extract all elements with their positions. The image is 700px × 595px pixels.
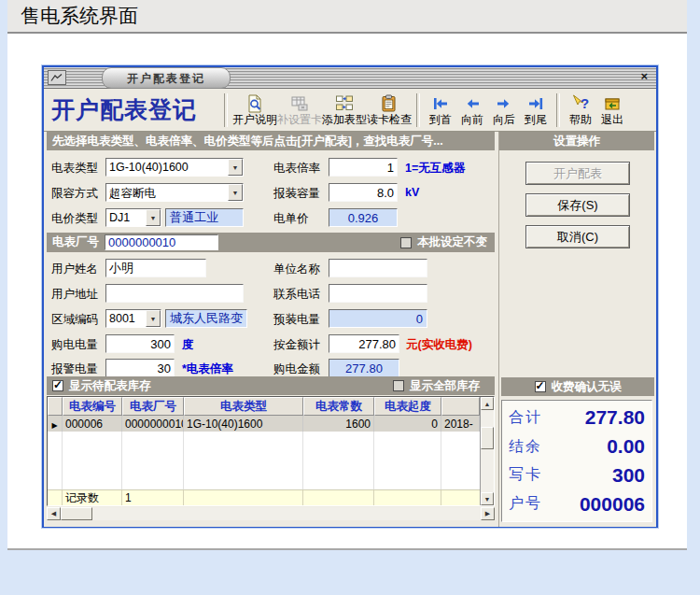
stock-filter-bar: 显示待配表库存 显示全部库存 (47, 376, 495, 395)
show-pending-stock-checkbox[interactable] (52, 380, 63, 391)
go-next-button[interactable]: 向后 (488, 91, 520, 130)
save-button[interactable]: 保存(S) (525, 193, 630, 217)
vertical-scrollbar[interactable] (480, 397, 494, 505)
limit-mode-select[interactable]: 超容断电 (105, 183, 244, 202)
by-amount-label: 按金额计 (273, 337, 320, 353)
batch-fixed-checkbox[interactable] (400, 237, 412, 248)
exit-button[interactable]: 退出 (596, 91, 628, 130)
scroll-right-button[interactable] (481, 507, 495, 520)
go-first-button[interactable]: 到首 (425, 91, 456, 130)
doc-search-icon (245, 94, 264, 113)
meter-table: 电表编号 电表厂号 电表类型 电表常数 电表起度 000006 00000000… (47, 396, 495, 506)
vertical-scrollbar-thumb[interactable] (481, 427, 494, 449)
arrow-right-icon (494, 94, 514, 113)
add-meter-type-icon (335, 94, 354, 113)
batch-fixed-label: 本批设定不变 (417, 234, 487, 250)
meter-type-header[interactable]: 电表类型 (184, 397, 303, 416)
meter-constant-header[interactable]: 电表常数 (303, 397, 374, 416)
org-name-input[interactable] (329, 259, 427, 277)
toolbar-label: 到首 (429, 113, 452, 126)
account-help-button[interactable]: 开户说明 (232, 91, 277, 130)
page-header: 售电系统界面 (7, 0, 687, 34)
phone-input[interactable] (329, 284, 427, 303)
toolbar-label: 向前 (461, 113, 483, 126)
capacity-input[interactable] (329, 183, 398, 202)
cancel-button[interactable]: 取消(C) (525, 225, 630, 248)
show-all-stock-label: 显示全部库存 (410, 378, 480, 394)
summary-panel: 合计 277.80 结余 0.00 写卡 300 户号 000006 (501, 400, 652, 522)
current-row-marker-icon (51, 418, 57, 431)
table-empty-area (48, 432, 480, 489)
toolbar-label: 开户说明 (232, 113, 277, 126)
area-code-select[interactable]: 8001 (105, 309, 161, 328)
show-all-stock-checkbox[interactable] (393, 380, 404, 391)
go-last-button[interactable]: 到尾 (520, 91, 552, 130)
arrow-last-icon (525, 94, 546, 113)
purchase-qty-label: 购电电量 (51, 337, 98, 353)
reissue-card-button[interactable]: 补设置卡 (277, 91, 322, 130)
dropdown-arrow-icon[interactable] (146, 209, 161, 226)
purchase-qty-unit-hint: 度 (182, 337, 194, 353)
meter-ratio-input[interactable] (329, 158, 398, 177)
scroll-up-button[interactable] (481, 397, 494, 410)
total-label: 合计 (509, 408, 542, 428)
date-column-header[interactable] (441, 397, 480, 416)
table-row[interactable]: 000006 0000000010 1G-10(40)1600 1600 0 2… (48, 416, 480, 432)
close-button[interactable]: × (640, 69, 648, 84)
arrow-first-icon (430, 94, 451, 113)
factory-no-header[interactable]: 电表厂号 (122, 397, 184, 416)
go-prev-button[interactable]: 向前 (456, 91, 488, 130)
meter-type-label: 电表类型 (51, 161, 98, 177)
help-button[interactable]: ? 帮助 (565, 91, 596, 130)
account-no-label: 户号 (509, 494, 542, 514)
record-marker-cell (48, 489, 63, 505)
alarm-qty-input[interactable] (105, 359, 175, 377)
fee-confirm-checkbox[interactable] (535, 381, 546, 392)
toolbar-label: 补设置卡 (277, 113, 322, 126)
capacity-unit-hint: kV (405, 186, 419, 199)
assign-meter-button[interactable]: 开户配表 (525, 162, 630, 185)
area-desc-field: 城东人民路变 (165, 309, 247, 328)
dropdown-arrow-icon[interactable] (228, 184, 243, 201)
toolbar-label: 向后 (493, 113, 515, 126)
horizontal-scrollbar-thumb[interactable] (61, 507, 92, 520)
instruction-text: 先选择电表类型、电表倍率、电价类型等后点击[开户配表]，查找电表厂号... (52, 134, 443, 149)
user-addr-input[interactable] (105, 284, 244, 303)
price-type-select[interactable]: DJ1 (105, 208, 161, 227)
meter-ratio-label: 电表倍率 (273, 161, 320, 177)
add-meter-type-button[interactable]: 添加表型 (322, 91, 367, 130)
panel-header-title: 设置操作 (553, 134, 600, 149)
window-titlebar[interactable]: 开户配表登记 × (44, 67, 656, 89)
by-amount-input[interactable] (329, 334, 399, 353)
factory-no-input[interactable] (105, 234, 218, 250)
record-count-value: 1 (122, 489, 184, 505)
meter-start-cell: 0 (374, 416, 441, 432)
help-icon: ? (571, 94, 590, 113)
write-card-value: 300 (612, 464, 645, 487)
brand-title: 开户配表登记 (51, 94, 219, 125)
record-count-label: 记录数 (63, 489, 122, 505)
toolbar-label: 退出 (601, 113, 623, 126)
side-panel: 设置操作 开户配表 保存(S) 取消(C) 收费确认无误 合计 277.80 结… (498, 132, 654, 527)
scroll-left-button[interactable] (47, 507, 61, 520)
phone-label: 联系电话 (273, 287, 320, 303)
dropdown-arrow-icon[interactable] (228, 159, 243, 176)
toolbar-separator (224, 93, 228, 127)
meter-type-value: 1G-10(40)1600 (106, 159, 228, 176)
meter-no-header[interactable]: 电表编号 (63, 397, 122, 416)
alarm-qty-hint: *电表倍率 (182, 361, 233, 377)
purchase-qty-input[interactable] (105, 334, 175, 353)
read-card-check-button[interactable]: 读卡检查 (367, 91, 412, 130)
dropdown-arrow-icon[interactable] (146, 310, 161, 327)
horizontal-scrollbar[interactable] (47, 507, 495, 520)
toolbar-label: 读卡检查 (367, 113, 412, 126)
purchase-amount-label: 购电金额 (273, 361, 320, 377)
meter-table-grid: 电表编号 电表厂号 电表类型 电表常数 电表起度 000006 00000000… (48, 397, 480, 505)
user-name-input[interactable] (105, 259, 206, 277)
scroll-down-button[interactable] (481, 492, 494, 505)
meter-start-header[interactable]: 电表起度 (374, 397, 441, 416)
meter-type-select[interactable]: 1G-10(40)1600 (105, 158, 244, 177)
preinstall-label: 预装电量 (273, 312, 320, 328)
fee-confirm-bar: 收费确认无误 (501, 377, 654, 396)
window-title: 开户配表登记 (127, 72, 205, 85)
